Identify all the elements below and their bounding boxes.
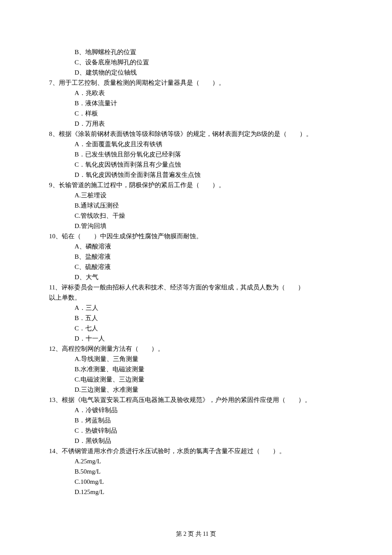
q8-option-d: D．氧化皮因锈蚀而全面剥落且普遍发生点蚀 [49,170,343,180]
q6-option-d: D、建筑物的定位轴线 [49,67,343,78]
q8-option-b: B．已发生锈蚀且部分氧化皮已经剥落 [49,149,343,159]
q12-option-a: A.导线测量、三角测量 [49,354,343,364]
q13-option-b: B．烤蓝制品 [49,415,343,425]
q12-option-c: C.电磁波测量、三边测量 [49,374,343,384]
page-footer: 第 2 页 共 11 页 [0,529,392,539]
q12-text: 12、高程控制网的测量方法有（ ）。 [49,344,343,354]
q13-option-c: C．热镀锌制品 [49,425,343,436]
q14-option-c: C.100mg/L [49,477,343,487]
q14-text: 14、不锈钢管道用水作介质进行水压试验时，水质的氯离子含量不应超过（ ）。 [49,446,343,456]
q7-option-c: C．样板 [49,108,343,119]
q11-option-c: C．七人 [49,323,343,333]
q7-text: 7、用于工艺控制、质量检测的周期检定计量器具是（ ）。 [49,78,343,88]
q13-option-a: A．冷镀锌制品 [49,405,343,415]
q8-text: 8、根据《涂装前钢材表面锈蚀等级和除锈等级》的规定，钢材表面判定为B级的是（ ）… [49,129,343,139]
q9-option-b: B.通球试压测径 [49,200,343,211]
document-page: B、地脚螺栓孔的位置 C、设备底座地脚孔的位置 D、建筑物的定位轴线 7、用于工… [0,0,392,555]
q14-option-b: B.50mg/L [49,466,343,477]
q10-option-b: B、盐酸溶液 [49,251,343,262]
q7-option-d: D．万用表 [49,119,343,129]
q11-option-b: B．五人 [49,313,343,323]
q10-option-d: D、大气 [49,272,343,282]
q12-option-d: D.三边测量、水准测量 [49,384,343,395]
q7-option-b: B．液体流量计 [49,98,343,108]
q7-option-a: A．兆欧表 [49,88,343,98]
q11-option-d: D．十一人 [49,333,343,344]
q6-option-c: C、设备底座地脚孔的位置 [49,57,343,67]
q11-text-line2: 以上单数。 [49,292,343,303]
q13-option-d: D．黑铁制品 [49,436,343,446]
q11-text-line1: 11、评标委员会一般由招标人代表和技术、经济等方面的专家组成，其成员人数为（ ） [49,282,343,292]
q11-option-a: A．三人 [49,303,343,313]
q14-option-a: A.25mg/L [49,456,343,466]
q9-option-a: A.三桩埋设 [49,190,343,200]
q8-option-a: A．全面覆盖氧化皮且没有铁锈 [49,139,343,149]
q10-text: 10、铅在（ ）中因生成保护性腐蚀产物膜而耐蚀。 [49,231,343,241]
q6-option-b: B、地脚螺栓孔的位置 [49,47,343,57]
q9-option-c: C.管线吹扫、干燥 [49,211,343,221]
q10-option-a: A、磷酸溶液 [49,241,343,251]
q14-option-d: D.125mg/L [49,487,343,497]
q12-option-b: B.水准测量、电磁波测量 [49,364,343,374]
q13-text: 13、根据《电气装置安装工程高压电器施工及验收规范》，户外用的紧固件应使用（ ）… [49,395,343,405]
q9-text: 9、长输管道的施工过程中，阴极保护的紧后工作是（ ）。 [49,180,343,190]
q9-option-d: D.管沟回填 [49,221,343,231]
q8-option-c: C．氧化皮因锈蚀而剥落且有少量点蚀 [49,159,343,170]
q10-option-c: C、硫酸溶液 [49,262,343,272]
